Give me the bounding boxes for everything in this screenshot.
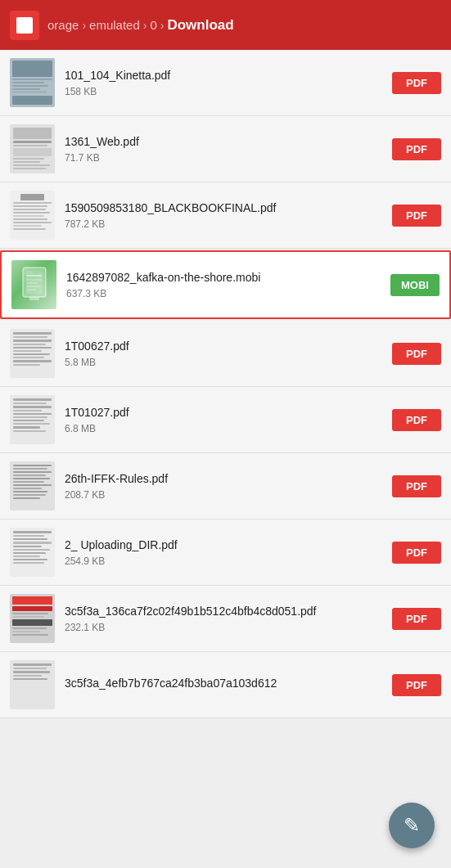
list-item[interactable]: 3c5f3a_136ca7f2c02f49b1b512c4bfb4c8d051.… [0,586,451,652]
file-thumbnail [10,461,55,510]
list-item[interactable]: 1590509853180_BLACKBOOKFINAL.pdf 787.2 K… [0,182,451,249]
file-type-badge[interactable]: PDF [392,674,441,696]
file-size: 232.1 KB [65,622,384,633]
fab-edit-button[interactable]: ✎ [389,803,435,848]
file-list: 101_104_Kinetta.pdf 158 KB PDF 1361_Web.… [0,50,451,718]
list-item-highlighted[interactable]: 1642897082_kafka-on-the-shore.mobi 637.3… [0,250,451,319]
file-size: 158 KB [65,86,384,97]
file-type-badge[interactable]: PDF [392,475,441,497]
file-thumbnail [10,395,55,444]
chevron-icon-3: › [160,19,165,32]
file-type-badge[interactable]: PDF [392,608,441,630]
app-header: orage › emulated › 0 › Download [0,0,451,50]
file-info: 26th-IFFK-Rules.pdf 208.7 KB [65,471,384,500]
file-name: 2_ Uploading_DIR.pdf [65,537,384,552]
file-name: 1T01027.pdf [65,405,384,420]
list-item[interactable]: 1361_Web.pdf 71.7 KB PDF [0,116,451,182]
file-info: 1590509853180_BLACKBOOKFINAL.pdf 787.2 K… [65,200,384,229]
file-info: 101_104_Kinetta.pdf 158 KB [65,68,384,97]
file-size: 637.3 KB [66,288,382,299]
file-size: 254.9 KB [65,555,384,567]
file-type-badge[interactable]: PDF [392,343,441,365]
breadcrumb-emulated[interactable]: emulated [89,18,140,32]
svg-rect-1 [26,271,43,294]
file-thumbnail [11,260,56,309]
chevron-icon-2: › [143,19,147,32]
breadcrumb: orage › emulated › 0 › Download [47,17,441,34]
file-info: 2_ Uploading_DIR.pdf 254.9 KB [65,537,384,566]
file-size: 5.8 MB [65,357,384,368]
app-icon-inner [16,17,33,34]
file-size: 71.7 KB [65,152,384,164]
file-thumbnail [10,329,55,378]
list-item[interactable]: 1T01027.pdf 6.8 MB PDF [0,387,451,453]
file-name: 1T00627.pdf [65,339,384,353]
file-name: 3c5f3a_4efb7b767ca24fb3ba07a103d612 [65,676,384,690]
file-info: 1T00627.pdf 5.8 MB [65,339,384,367]
file-info: 1361_Web.pdf 71.7 KB [65,134,384,163]
file-name: 1590509853180_BLACKBOOKFINAL.pdf [65,200,384,215]
list-item[interactable]: 3c5f3a_4efb7b767ca24fb3ba07a103d612 PDF [0,652,451,718]
file-name: 1642897082_kafka-on-the-shore.mobi [66,270,382,285]
app-icon [10,11,39,40]
breadcrumb-download: Download [167,17,233,34]
file-type-badge[interactable]: PDF [392,542,441,564]
list-item[interactable]: 1T00627.pdf 5.8 MB PDF [0,321,451,387]
file-info: 1642897082_kafka-on-the-shore.mobi 637.3… [66,270,382,299]
file-thumbnail [10,660,55,709]
svg-rect-7 [29,297,39,300]
file-name: 3c5f3a_136ca7f2c02f49b1b512c4bfb4c8d051.… [65,604,384,618]
file-thumbnail [10,528,55,577]
file-name: 101_104_Kinetta.pdf [65,68,384,83]
file-thumbnail [10,124,55,173]
file-size: 6.8 MB [65,423,384,434]
file-type-badge[interactable]: MOBI [390,274,440,296]
edit-icon: ✎ [404,814,420,837]
file-thumbnail [10,594,55,643]
file-thumbnail [10,58,55,107]
file-size: 208.7 KB [65,489,384,501]
file-info: 3c5f3a_136ca7f2c02f49b1b512c4bfb4c8d051.… [65,604,384,632]
file-type-badge[interactable]: PDF [392,205,441,227]
list-item[interactable]: 26th-IFFK-Rules.pdf 208.7 KB PDF [0,453,451,519]
file-name: 1361_Web.pdf [65,134,384,149]
breadcrumb-0[interactable]: 0 [150,18,156,32]
file-type-badge[interactable]: PDF [392,409,441,431]
file-type-badge[interactable]: PDF [392,138,441,160]
breadcrumb-storage[interactable]: orage [47,18,79,32]
file-info: 3c5f3a_4efb7b767ca24fb3ba07a103d612 [65,676,384,693]
file-type-badge[interactable]: PDF [392,72,441,94]
list-item[interactable]: 101_104_Kinetta.pdf 158 KB PDF [0,50,451,116]
list-item[interactable]: 2_ Uploading_DIR.pdf 254.9 KB PDF [0,519,451,586]
file-info: 1T01027.pdf 6.8 MB [65,405,384,434]
file-thumbnail [10,191,55,240]
chevron-icon-1: › [82,19,86,32]
file-name: 26th-IFFK-Rules.pdf [65,471,384,486]
file-size: 787.2 KB [65,218,384,230]
